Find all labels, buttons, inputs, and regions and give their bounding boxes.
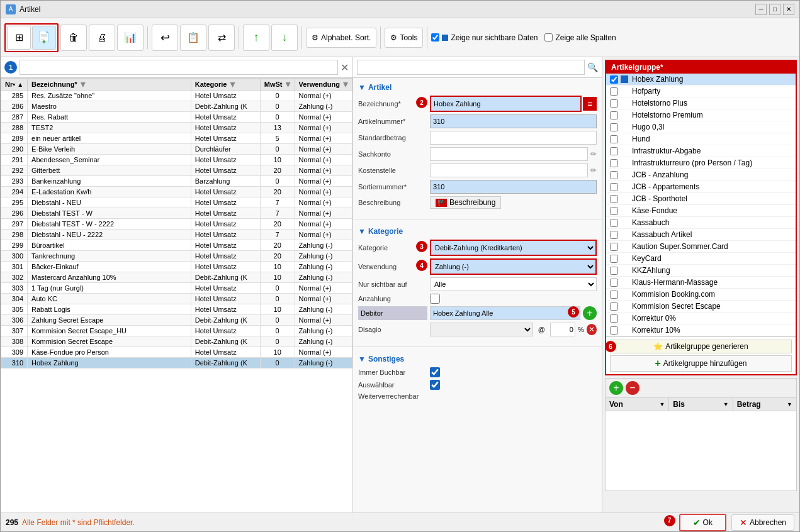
maximize-button[interactable]: □ — [769, 4, 780, 15]
list-item[interactable]: Kassabuch Artikel — [606, 229, 796, 241]
kategorie-select[interactable]: Debit-Zahlung (Kreditkarten) Hotel Umsat… — [431, 241, 595, 255]
table-row[interactable]: 300 Tankrechnung Hotel Umsatz 20 Zahlung… — [1, 251, 352, 262]
print-button[interactable]: 🖨 — [89, 25, 115, 51]
artikel-checkbox[interactable] — [610, 183, 618, 191]
table-row[interactable]: 307 Kommision Secret Escape_HU Hotel Ums… — [1, 326, 352, 336]
show-all-check[interactable]: Zeige alle Spalten — [544, 33, 616, 42]
new-button[interactable]: 📄 + — [32, 26, 56, 50]
list-item[interactable]: Infrastrukturreuro (pro Person / Tag) — [606, 157, 796, 169]
artikel-checkbox[interactable] — [610, 243, 618, 251]
sonstiges-section-header[interactable]: ▼ Sonstiges — [358, 355, 597, 363]
sachkonto-edit-icon[interactable]: ✏ — [590, 150, 597, 158]
artikelgruppe-list[interactable]: Hobex Zahlung Hofparty Hotelstorno Plus … — [606, 74, 796, 336]
table-row[interactable]: 295 Diebstahl - NEU Hotel Umsatz 7 Norma… — [1, 197, 352, 208]
table-row[interactable]: 294 E-Ladestation Kw/h Hotel Umsatz 20 N… — [1, 187, 352, 197]
artikelnummer-input[interactable] — [430, 114, 597, 128]
list-item[interactable]: Klaus-Hermann-Massage — [606, 277, 796, 289]
show-all-checkbox[interactable] — [544, 33, 553, 42]
bezeichnung-clear-button[interactable]: ≡ — [583, 97, 597, 111]
artikel-checkbox[interactable] — [610, 111, 618, 119]
list-item[interactable]: Käse-Fondue — [606, 205, 796, 217]
list-item[interactable]: KKZAhlung — [606, 265, 796, 277]
artikel-checkbox[interactable] — [610, 255, 618, 263]
list-item[interactable]: Kommision Secret Escape — [606, 301, 796, 313]
list-item[interactable]: Hobex Zahlung — [606, 74, 796, 86]
br-col-von[interactable]: Von ▼ — [606, 398, 669, 411]
minimize-button[interactable]: ─ — [755, 4, 767, 15]
artikelgruppe-generieren-button[interactable]: ⭐ Artikelgruppe generieren — [610, 340, 792, 353]
table-row[interactable]: 310 Hobex Zahlung Debit-Zahlung (K 0 Zah… — [1, 358, 352, 369]
table-row[interactable]: 296 Diebstahl TEST - W Hotel Umsatz 7 No… — [1, 208, 352, 219]
artikel-checkbox[interactable] — [610, 195, 618, 203]
table-row[interactable]: 289 ein neuer artikel Hotel Umsatz 5 Nor… — [1, 133, 352, 144]
artikel-checkbox[interactable] — [610, 267, 618, 275]
list-item[interactable]: KeyCard — [606, 253, 796, 265]
list-item[interactable]: JCB - Appartements — [606, 181, 796, 193]
tools-button[interactable]: ⚙ Tools — [385, 28, 423, 48]
articles-table-container[interactable]: Nr• ▲ Bezeichnung* Kategorie MwSt Verwen… — [1, 78, 352, 513]
artikel-checkbox[interactable] — [610, 279, 618, 287]
table-row[interactable]: 306 Zahlung Secret Escape Debit-Zahlung … — [1, 315, 352, 326]
table-row[interactable]: 285 Res. Zusätze "ohne" Hotel Umsatz 0 N… — [1, 91, 352, 101]
export-button[interactable]: 📊 — [117, 25, 144, 51]
disagio-select[interactable] — [430, 323, 533, 336]
table-row[interactable]: 301 Bäcker-Einkauf Hotel Umsatz 10 Zahlu… — [1, 262, 352, 272]
show-visible-checkbox[interactable] — [431, 33, 439, 42]
beschreibung-button[interactable]: 🏴 Beschreibung — [430, 196, 501, 209]
move-up-button[interactable]: ↑ — [243, 25, 269, 51]
artikel-checkbox[interactable] — [610, 326, 618, 335]
list-item[interactable]: Hotelstorno Plus — [606, 97, 796, 109]
list-item[interactable]: Hofparty — [606, 86, 796, 97]
cancel-button[interactable]: ✕ Abbrechen — [731, 514, 794, 531]
list-item[interactable]: JCB - Sporthotel — [606, 193, 796, 205]
list-item[interactable]: Korrektur 0% — [606, 313, 796, 324]
table-row[interactable]: 291 Abendessen_Seminar Hotel Umsatz 10 N… — [1, 155, 352, 165]
anzahlung-checkbox[interactable] — [430, 294, 440, 304]
table-row[interactable]: 297 Diebstahl TEST - W - 2222 Hotel Umsa… — [1, 219, 352, 230]
kostenstelle-input[interactable] — [430, 163, 588, 177]
artikel-checkbox[interactable] — [610, 302, 618, 311]
table-row[interactable]: 290 E-Bike Verleih Durchläufer 0 Normal … — [1, 144, 352, 155]
kategorie-section-header[interactable]: ▼ Kategorie — [358, 227, 597, 236]
br-col-bis[interactable]: Bis ▼ — [669, 398, 733, 411]
col-nr[interactable]: Nr• ▲ — [1, 79, 28, 91]
sortiernummer-input[interactable] — [430, 180, 597, 194]
kostenstelle-edit-icon[interactable]: ✏ — [590, 166, 597, 175]
artikel-checkbox[interactable] — [610, 99, 618, 108]
debitor-add-button[interactable]: + — [583, 306, 597, 320]
artikel-checkbox[interactable] — [610, 147, 618, 155]
br-col-betrag[interactable]: Betrag ▼ — [733, 398, 796, 411]
artikel-checkbox[interactable] — [610, 87, 618, 96]
list-item[interactable]: Hugo 0,3l — [606, 121, 796, 133]
artikel-checkbox[interactable] — [610, 171, 618, 179]
table-row[interactable]: 293 Bankeinzahlung Barzahlung 0 Normal (… — [1, 176, 352, 187]
delete-button[interactable]: 🗑 — [60, 25, 87, 51]
artikel-checkbox[interactable] — [610, 123, 618, 131]
search-icon[interactable]: 🔍 — [587, 62, 598, 72]
bezeichnung-input[interactable] — [431, 97, 580, 111]
undo-button[interactable]: ↩ — [152, 25, 178, 51]
br-remove-button[interactable]: − — [626, 381, 639, 395]
artikel-checkbox[interactable] — [610, 219, 618, 227]
article-search-input[interactable] — [357, 60, 585, 75]
artikel-checkbox[interactable] — [610, 159, 618, 167]
verwendung-select[interactable]: Zahlung (-) Normal (+) — [431, 260, 595, 274]
table-row[interactable]: 309 Käse-Fondue pro Person Hotel Umsatz … — [1, 347, 352, 358]
list-item[interactable]: Kommision Booking.com — [606, 289, 796, 301]
close-button[interactable]: ✕ — [783, 4, 794, 15]
col-kategorie[interactable]: Kategorie — [191, 79, 260, 91]
table-row[interactable]: 302 Mastercard Anzahlung 10% Debit-Zahlu… — [1, 272, 352, 283]
immer-buchbar-checkbox[interactable] — [430, 367, 440, 377]
table-row[interactable]: 298 Diebstahl - NEU - 2222 Hotel Umsatz … — [1, 230, 352, 240]
table-row[interactable]: 288 TEST2 Hotel Umsatz 13 Normal (+) — [1, 123, 352, 133]
artikel-checkbox[interactable] — [610, 231, 618, 239]
table-row[interactable]: 299 Büroartikel Hotel Umsatz 20 Zahlung … — [1, 240, 352, 251]
move-down-button[interactable]: ↓ — [271, 25, 298, 51]
search-close-icon[interactable]: ✕ — [341, 62, 349, 74]
list-item[interactable]: Hund — [606, 133, 796, 145]
disagio-number-input[interactable] — [550, 323, 575, 336]
table-row[interactable]: 287 Res. Rabatt Hotel Umsatz 0 Normal (+… — [1, 112, 352, 123]
artikel-checkbox[interactable] — [610, 135, 618, 143]
auswahlbar-checkbox[interactable] — [430, 380, 440, 390]
list-item[interactable]: Korrektur 10% — [606, 324, 796, 336]
